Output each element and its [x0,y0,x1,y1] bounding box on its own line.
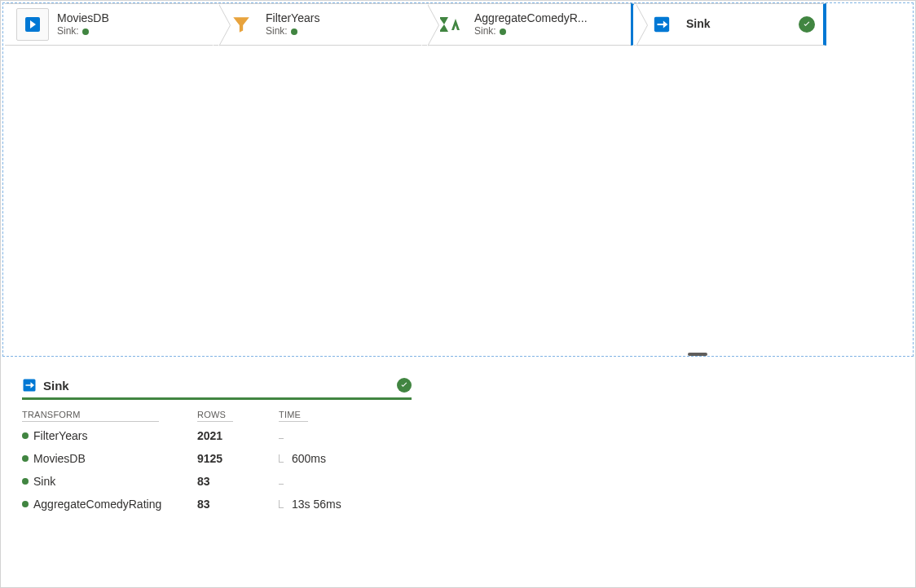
cell-transform: FilterYears [33,429,87,442]
flow-node-aggregate[interactable]: AggregateComedyR... Sink: [422,3,636,46]
flow-node-title: MoviesDB [57,11,109,26]
checkmark-icon [397,378,412,393]
time-bracket [279,498,287,511]
flow-node-sub: Sink: [474,25,588,37]
cell-transform: Sink [33,475,55,488]
table-row[interactable]: FilterYears 2021 [22,424,412,447]
flow-row: MoviesDB Sink: FilterYears Sink: [3,3,913,46]
flow-node-title: AggregateComedyR... [474,11,588,26]
panel-header: Sink [22,378,412,400]
status-dot-ok [22,478,29,485]
cell-rows: 2021 [197,429,279,442]
cell-rows: 83 [197,475,279,488]
flow-node-title: FilterYears [266,11,319,26]
flow-canvas[interactable]: MoviesDB Sink: FilterYears Sink: [2,2,914,357]
col-header-time: TIME [279,410,308,422]
flow-node-text: MoviesDB Sink: [57,11,109,38]
checkmark-icon [799,16,815,33]
app-frame: MoviesDB Sink: FilterYears Sink: [0,0,916,588]
flow-node-text: AggregateComedyR... Sink: [474,11,588,38]
col-header-rows: ROWS [197,410,233,422]
flow-node-text: Sink [686,17,711,32]
flow-node-sink[interactable]: Sink [631,3,826,46]
col-header-transform: TRANSFORM [22,410,159,422]
cell-time: 13s 56ms [292,498,341,511]
time-bracket [279,452,287,465]
details-panel: Sink TRANSFORM ROWS TIME FilterYears 202… [1,358,915,587]
status-dot-ok [22,455,29,462]
status-dot-ok [82,29,89,35]
status-dot-ok [291,29,297,35]
status-dot-ok [500,29,506,35]
flow-node-text: FilterYears Sink: [266,11,319,38]
flow-node-filteryears[interactable]: FilterYears Sink: [214,3,427,46]
panel-resize-handle[interactable] [688,353,707,356]
table-header: TRANSFORM ROWS TIME [22,406,412,424]
cell-rows: 9125 [197,452,279,465]
cell-rows: 83 [197,498,279,511]
sink-icon [645,8,678,41]
flow-node-sub: Sink: [57,25,109,37]
status-dot-ok [22,501,29,507]
cell-transform: AggregateComedyRating [33,498,161,511]
cell-transform: MoviesDB [33,452,86,465]
table-row[interactable]: MoviesDB 9125 600ms [22,447,412,470]
table-row[interactable]: AggregateComedyRating 83 13s 56ms [22,493,412,516]
flow-node-moviesdb[interactable]: MoviesDB Sink: [5,3,218,46]
status-dot-ok [22,432,29,439]
results-table: TRANSFORM ROWS TIME FilterYears 2021 Mov… [22,406,412,516]
aggregate-icon [434,8,466,41]
sink-icon [22,378,37,393]
table-row[interactable]: Sink 83 [22,470,412,493]
flow-node-title: Sink [686,17,711,32]
flow-node-sub: Sink: [266,25,319,37]
panel-title: Sink [43,379,69,393]
cell-time: 600ms [292,452,326,465]
source-icon [16,8,49,41]
filter-icon [225,8,258,41]
